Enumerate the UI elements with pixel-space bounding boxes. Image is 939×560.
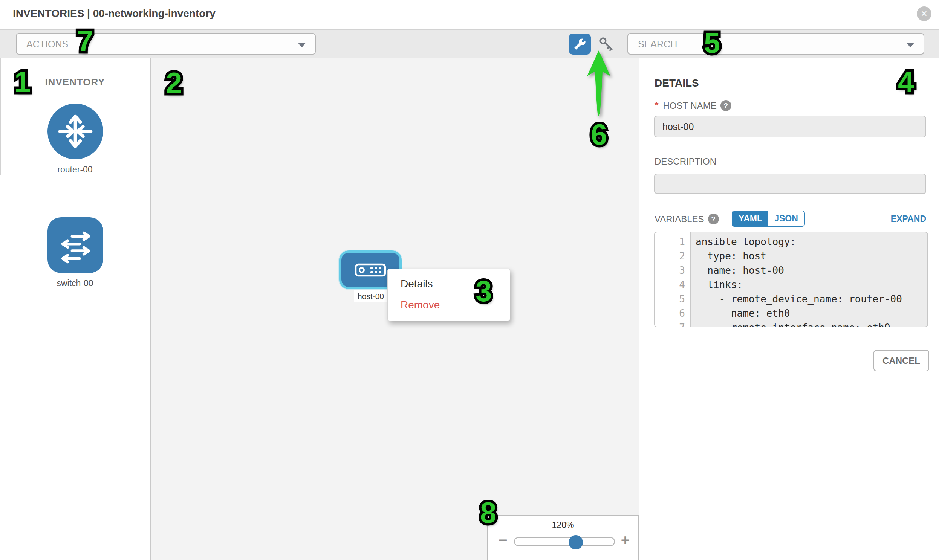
description-label-row: DESCRIPTION (655, 156, 716, 167)
host-name-input[interactable] (654, 115, 926, 137)
cancel-button[interactable]: CANCEL (873, 350, 929, 371)
context-menu-item-details[interactable]: Details (388, 274, 510, 294)
tools-button[interactable] (569, 34, 591, 55)
page-header: INVENTORIES | 00-networking-inventory ✕ (0, 0, 939, 29)
sidebar-item-switch[interactable] (48, 217, 103, 273)
zoom-control: 120% − + (487, 515, 639, 560)
host-name-label: HOST NAME (663, 100, 717, 111)
actions-dropdown[interactable]: ACTIONS (16, 33, 316, 55)
host-name-label-row: * HOST NAME ? (655, 100, 731, 111)
sidebar-item-label: switch-00 (0, 278, 150, 288)
code-line: 3 name: host-00 (655, 263, 927, 278)
host-icon (355, 263, 386, 277)
chevron-down-icon (298, 43, 306, 48)
help-icon[interactable]: ? (720, 100, 731, 111)
context-menu: Details Remove (387, 269, 510, 321)
key-icon (598, 35, 615, 53)
topology-canvas[interactable]: host-00 Details Remove 120% − + (151, 58, 640, 560)
code-line: 4 links: (655, 278, 927, 292)
inventory-heading: INVENTORY (0, 77, 150, 88)
switch-icon (55, 225, 96, 266)
page-title: INVENTORIES | 00-networking-inventory (13, 8, 216, 20)
context-menu-item-remove[interactable]: Remove (388, 294, 510, 315)
router-icon (55, 111, 96, 152)
variables-label: VARIABLES (655, 214, 704, 225)
code-line: 7 remote_interface_name: eth0 (655, 320, 927, 327)
wrench-icon (574, 38, 586, 50)
sidebar-item-router[interactable] (48, 103, 103, 159)
details-panel: DETAILS * HOST NAME ? DESCRIPTION VARIAB… (640, 58, 939, 560)
sidebar-item-label: router-00 (0, 165, 150, 175)
zoom-level: 120% (488, 520, 638, 530)
description-input[interactable] (654, 174, 926, 194)
main-content: INVENTORY router-00 switch-00 (0, 58, 939, 560)
details-heading: DETAILS (655, 77, 699, 89)
zoom-slider-row: − + (488, 534, 638, 551)
tab-json[interactable]: JSON (768, 211, 804, 226)
editor-code-lines: 1ansible_topology:2 type: host3 name: ho… (655, 235, 927, 327)
search-dropdown-label: SEARCH (638, 34, 677, 54)
inventory-topology-page: INVENTORIES | 00-networking-inventory ✕ … (0, 0, 939, 560)
code-line: 6 name: eth0 (655, 306, 927, 320)
description-label: DESCRIPTION (655, 156, 716, 167)
code-line: 1ansible_topology: (655, 235, 927, 249)
help-icon[interactable]: ? (708, 214, 719, 225)
host-node-label: host-00 (354, 290, 387, 302)
code-line: 5 - remote_device_name: router-00 (655, 292, 927, 306)
required-asterisk: * (655, 100, 658, 111)
variables-code-editor: 1ansible_topology:2 type: host3 name: ho… (654, 232, 928, 327)
inventory-sidebar: INVENTORY router-00 switch-00 (0, 58, 151, 560)
variables-label-row: VARIABLES ? (655, 214, 719, 225)
toolbar: ACTIONS SEARCH (0, 29, 939, 58)
zoom-out-button[interactable]: − (498, 532, 507, 549)
sidebar-scrollbar[interactable] (0, 58, 1, 175)
zoom-slider-track[interactable] (514, 537, 615, 546)
chevron-down-icon (906, 43, 914, 48)
expand-link[interactable]: EXPAND (891, 214, 926, 224)
search-dropdown[interactable]: SEARCH (628, 33, 924, 55)
variables-format-toggle: YAML JSON (732, 211, 805, 227)
zoom-in-button[interactable]: + (621, 532, 630, 549)
tab-yaml[interactable]: YAML (732, 211, 768, 226)
close-icon[interactable]: ✕ (917, 6, 931, 21)
code-line: 2 type: host (655, 249, 927, 263)
zoom-slider-thumb[interactable] (569, 535, 583, 549)
actions-dropdown-label: ACTIONS (26, 34, 68, 54)
credentials-button[interactable] (596, 34, 617, 54)
